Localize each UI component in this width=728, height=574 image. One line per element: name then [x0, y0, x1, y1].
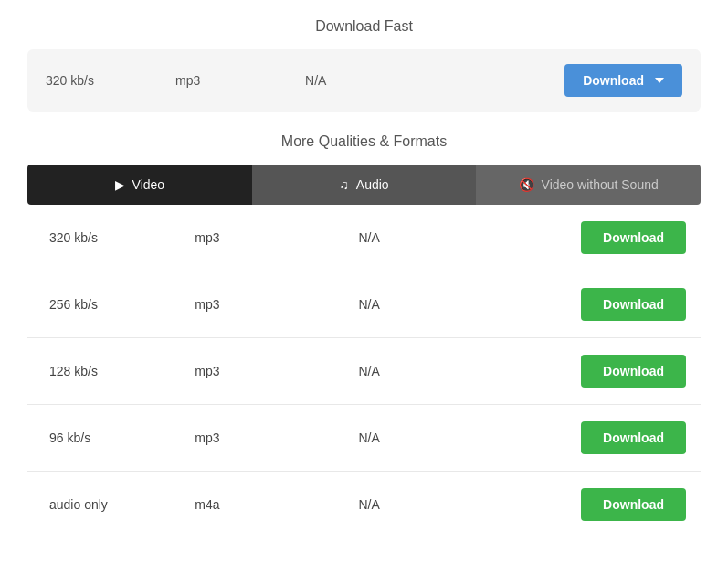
- quality-list: 320 kb/s mp3 N/A Download 256 kb/s mp3 N…: [27, 205, 701, 537]
- quality-download-button[interactable]: Download: [581, 288, 686, 321]
- tab-video-no-sound-label: Video without Sound: [542, 177, 659, 192]
- quality-bitrate: audio only: [42, 497, 158, 512]
- quality-size: N/A: [304, 364, 577, 378]
- fast-download-row: 320 kb/s mp3 N/A Download: [27, 49, 701, 112]
- quality-size: N/A: [304, 230, 577, 245]
- quality-download-button[interactable]: Download: [581, 421, 686, 454]
- quality-row: 256 kb/s mp3 N/A Download: [27, 271, 701, 338]
- fast-format: mp3: [175, 73, 305, 88]
- quality-download-button[interactable]: Download: [581, 221, 686, 254]
- quality-action: Download: [576, 421, 686, 454]
- quality-format: mp3: [158, 297, 303, 312]
- fast-bitrate: 320 kb/s: [46, 73, 175, 88]
- quality-download-button[interactable]: Download: [581, 488, 686, 521]
- tab-video-no-sound[interactable]: 🔇 Video without Sound: [476, 165, 701, 205]
- more-qualities-title: More Qualities & Formats: [27, 133, 701, 150]
- quality-size: N/A: [304, 297, 577, 312]
- audio-tab-icon: ♫: [339, 177, 349, 192]
- tab-audio[interactable]: ♫ Audio: [252, 165, 477, 205]
- tab-video-label: Video: [132, 177, 165, 192]
- quality-size: N/A: [304, 497, 577, 512]
- tab-video[interactable]: ▶ Video: [27, 165, 252, 205]
- quality-action: Download: [576, 488, 686, 521]
- tabs-row: ▶ Video ♫ Audio 🔇 Video without Sound: [27, 165, 701, 205]
- quality-download-button[interactable]: Download: [581, 355, 686, 388]
- quality-format: mp3: [158, 364, 303, 378]
- video-tab-icon: ▶: [115, 177, 125, 192]
- quality-action: Download: [576, 355, 686, 388]
- download-arrow-icon: [655, 78, 664, 83]
- quality-row: 320 kb/s mp3 N/A Download: [27, 205, 701, 271]
- quality-format: mp3: [158, 230, 303, 245]
- quality-row: 96 kb/s mp3 N/A Download: [27, 405, 701, 472]
- fast-download-button[interactable]: Download: [564, 64, 682, 97]
- quality-size: N/A: [304, 430, 577, 445]
- page-wrapper: Download Fast 320 kb/s mp3 N/A Download …: [0, 0, 728, 556]
- quality-format: m4a: [158, 497, 303, 512]
- quality-action: Download: [576, 288, 686, 321]
- quality-bitrate: 320 kb/s: [42, 230, 158, 245]
- fast-size: N/A: [305, 73, 564, 88]
- quality-format: mp3: [158, 430, 303, 445]
- tab-audio-label: Audio: [356, 177, 389, 192]
- quality-row: 128 kb/s mp3 N/A Download: [27, 338, 701, 405]
- fast-download-button-label: Download: [583, 73, 644, 88]
- mute-tab-icon: 🔇: [519, 177, 534, 192]
- quality-bitrate: 256 kb/s: [42, 297, 158, 312]
- quality-row: audio only m4a N/A Download: [27, 472, 701, 537]
- quality-action: Download: [576, 221, 686, 254]
- quality-bitrate: 128 kb/s: [42, 364, 158, 378]
- quality-bitrate: 96 kb/s: [42, 430, 158, 445]
- fast-download-title: Download Fast: [27, 18, 701, 35]
